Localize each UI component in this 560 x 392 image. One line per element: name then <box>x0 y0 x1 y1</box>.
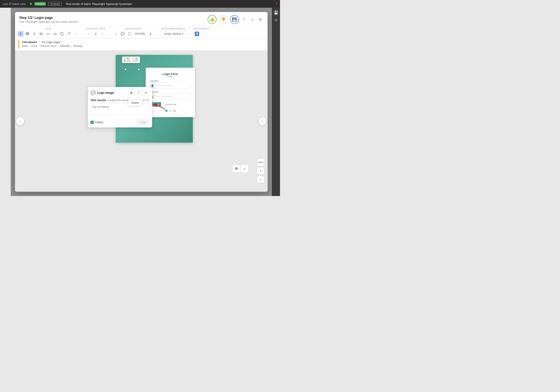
svg-marker-4 <box>40 32 43 34</box>
view-dropdown-btn[interactable]: ▾ <box>31 31 37 37</box>
twitter-icon[interactable]: 🐦 <box>165 109 168 112</box>
toolbar-group-annotations-inner: ANNOTATIONS ⚠ 💬 IGNORE ▾ <box>113 28 153 37</box>
handle-br <box>138 69 140 70</box>
save-approval-button[interactable]: 💾 <box>230 15 239 24</box>
meta-chrome: Chrome 119.0 <box>40 45 57 48</box>
remark-creator: Matt Jasaitis created this remark 1:43 P… <box>88 98 152 103</box>
login-form-card: Login Form Username 👤 Enter your usernam… <box>146 68 195 117</box>
prev-arrow[interactable]: ‹ <box>16 117 24 125</box>
home-icon-btn[interactable]: ⌂ <box>240 165 248 172</box>
sidebar-right-table[interactable]: ⊞ <box>273 17 279 23</box>
checkpoint-bar: Checkpoint | 1/2 Login page * Strict | L… <box>15 38 268 50</box>
meta-linux: Linux <box>31 45 37 48</box>
meta-desktop: Desktop <box>73 45 82 48</box>
thumbs-down-button[interactable]: 👎 <box>219 15 228 24</box>
coord-x: X: 351 <box>124 57 130 60</box>
post-button[interactable]: Post <box>137 119 150 125</box>
linkedin-icon[interactable]: in <box>173 109 176 112</box>
annotation-ignore-btn[interactable]: IGNORE <box>133 31 147 37</box>
comment-icon: 💬 <box>91 90 96 95</box>
next-arrow[interactable]: › <box>259 117 266 125</box>
view-layers-icon-btn[interactable] <box>38 31 44 37</box>
zoom-out-btn[interactable]: − <box>257 176 264 183</box>
ignore-label: IGNORE <box>135 32 145 35</box>
checkpoint-info: Checkpoint | 1/2 Login page * Strict | L… <box>22 40 82 48</box>
annotation-title-wrap: 💬 Logo Image <box>91 90 114 95</box>
batch-label: Last 27 batch runs <box>3 2 26 6</box>
modal-header: Step 1/2: Login page Test: Playwright Ty… <box>15 12 268 26</box>
scope-select[interactable]: Scope: Default ▾ <box>161 31 186 37</box>
annotation-header: 💬 Logo Image 🗑 ⤴ Share <box>88 87 152 98</box>
annotation-delete-btn[interactable]: 🗑 <box>128 90 135 96</box>
passed-badge: Passed <box>34 2 46 6</box>
sidebar-right: 💾 ⊞ <box>272 8 280 196</box>
remember-me-row: Remember Me <box>162 103 177 105</box>
modal-title: Step 1/2: Login page <box>19 16 78 20</box>
accessibility-btn[interactable]: ♿ <box>193 31 200 37</box>
remember-label: Remember Me <box>165 103 177 105</box>
orange-indicator <box>19 40 19 49</box>
annotations-items: ⚠ 💬 IGNORE ▾ <box>113 31 153 37</box>
sidebar-right-save[interactable]: 💾 <box>273 10 279 16</box>
annotation-alert-btn[interactable]: ⚠ <box>113 31 119 37</box>
highlight-prev-btn[interactable]: ‹ <box>86 31 92 37</box>
expand-button[interactable]: ⤢ <box>249 17 255 22</box>
main-content: Step 1/2: Login page Test: Playwright Ty… <box>11 8 272 196</box>
annotations-label: ANNOTATIONS <box>113 28 153 30</box>
view-annotate-btn[interactable] <box>66 31 72 37</box>
view-more-btn[interactable]: ⋯ <box>73 31 79 37</box>
modal-header-top: Step 1/2: Login page Test: Playwright Ty… <box>19 15 263 24</box>
highlight-next-btn[interactable]: › <box>100 31 105 37</box>
zoom-in-btn[interactable]: + <box>257 167 264 175</box>
target-icon: ✛ <box>130 63 134 68</box>
view-crop-btn[interactable] <box>59 31 65 37</box>
remark-author: Matt Jasaitis <box>91 99 106 102</box>
close-button[interactable]: ✕ <box>257 17 263 22</box>
gear-icon-btn[interactable]: ⚙ <box>232 165 240 172</box>
password-field: 🔒 Enter your password <box>150 94 191 100</box>
toolbar-group-view: VIEW <box>18 28 82 37</box>
annotation-close-btn[interactable]: ✕ <box>143 90 149 96</box>
scope-label: Scope: Default <box>164 32 181 35</box>
modal-header-actions: 👍 👎 💾 ⤴ ⤢ ✕ <box>208 15 263 24</box>
test-title: Test results of batch: Playwright Typesc… <box>66 2 132 6</box>
coord-w: W: 111 <box>124 60 131 62</box>
annotation-title: Logo Image <box>97 91 114 94</box>
top-bar: Last 27 batch runs Passed Unsaved Test r… <box>0 0 280 8</box>
password-label: Password <box>150 91 191 93</box>
screenshot-view: ‹ › Login Form Username 👤 <box>15 50 268 192</box>
coords-row-bottom: W: 111 H: 67 <box>124 60 138 62</box>
view-code-btn[interactable]: </> <box>45 31 51 37</box>
svg-rect-7 <box>128 32 131 35</box>
modal-subtitle: Test: Playwright Typescript: log into a … <box>19 20 78 23</box>
annotation-select-btn[interactable] <box>127 31 133 37</box>
view-layers-btn[interactable] <box>24 31 30 37</box>
highlight-undo-btn[interactable]: ↺ <box>92 31 99 37</box>
toolbar-group-view-inner: VIEW <box>18 28 79 37</box>
meta-strict: Strict <box>22 45 28 48</box>
unsaved-badge[interactable]: Unsaved <box>49 2 61 6</box>
annotation-dropdown-btn[interactable]: ▾ <box>148 31 154 37</box>
share-icon-top[interactable]: ⤴ <box>276 2 277 6</box>
facebook-icon[interactable]: f <box>170 109 171 112</box>
view-text-btn[interactable]: Aa <box>52 31 58 37</box>
annotation-popup: 💬 Logo Image 🗑 ⤴ Share <box>88 87 152 127</box>
highlight-items: ‹ ↺ › <box>86 31 106 37</box>
status-dot <box>30 3 32 5</box>
view-label: VIEW <box>18 28 79 30</box>
bottom-icon-row: ⚙ ⌂ <box>232 165 248 172</box>
share-button[interactable]: ⤴ <box>241 17 247 22</box>
follow-checkbox[interactable]: ✓ <box>90 121 94 124</box>
share-tooltip: Share <box>128 100 142 106</box>
annotation-comment-btn[interactable]: 💬 <box>120 31 126 37</box>
thumbs-up-button[interactable]: 👍 <box>208 15 217 24</box>
annotation-share-btn[interactable]: ⤴ Share <box>135 90 142 96</box>
view-side-by-side-btn[interactable] <box>18 31 24 37</box>
toolbar-group-highlight-inner: HIGHLIGHT DIFFS ‹ ↺ › <box>86 28 106 37</box>
zoom-fit-btn[interactable]: 100% <box>257 159 264 166</box>
coord-y: Y: 142 <box>132 57 138 60</box>
meta-resolution: 800x600 <box>60 45 70 48</box>
username-field: 👤 Enter your username <box>150 83 191 89</box>
auto-maintenance-label: AUTO MAINTENANCE <box>161 28 186 30</box>
remember-checkbox[interactable] <box>162 103 165 105</box>
